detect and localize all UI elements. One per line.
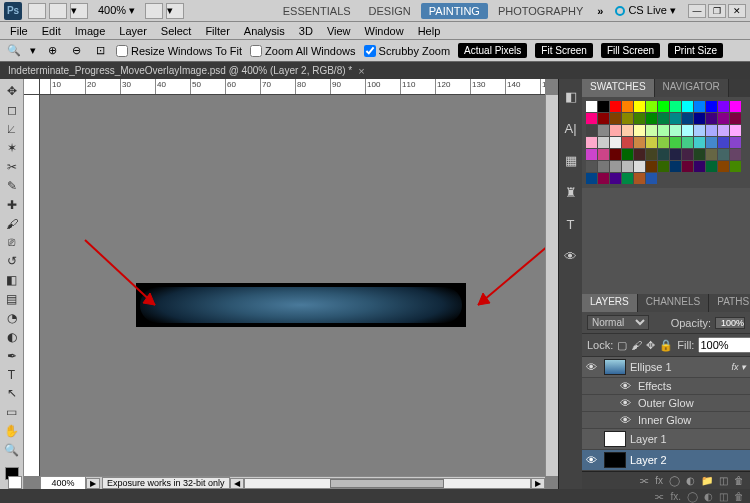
arrange-icon[interactable] <box>145 3 163 19</box>
menu-3d[interactable]: 3D <box>293 23 319 39</box>
swatch[interactable] <box>718 113 729 124</box>
ruler-origin[interactable] <box>24 79 40 95</box>
swatch[interactable] <box>598 173 609 184</box>
swatch[interactable] <box>586 137 597 148</box>
swatch[interactable] <box>610 173 621 184</box>
swatch[interactable] <box>610 101 621 112</box>
swatch[interactable] <box>646 173 657 184</box>
swatch[interactable] <box>730 137 741 148</box>
scroll-left-icon[interactable]: ◀ <box>230 478 244 489</box>
visibility-icon[interactable]: 👁 <box>586 361 600 373</box>
cs-live[interactable]: CS Live ▾ <box>609 4 682 17</box>
swatch[interactable] <box>646 161 657 172</box>
menu-help[interactable]: Help <box>412 23 447 39</box>
menu-analysis[interactable]: Analysis <box>238 23 291 39</box>
lasso-tool[interactable]: ⟀ <box>2 121 22 138</box>
swatches-grid[interactable] <box>582 97 750 188</box>
group-icon[interactable]: 📁 <box>701 475 713 486</box>
swatch[interactable] <box>718 161 729 172</box>
swatch[interactable] <box>622 149 633 160</box>
path-tool[interactable]: ↖ <box>2 385 22 402</box>
lock-all-icon[interactable]: 🔒 <box>659 339 673 352</box>
lock-trans-icon[interactable]: ▢ <box>617 339 627 352</box>
layer-innerglow[interactable]: 👁Inner Glow <box>582 412 750 429</box>
swatch[interactable] <box>622 173 633 184</box>
swatch[interactable] <box>634 125 645 136</box>
eyedropper-tool[interactable]: ✎ <box>2 177 22 194</box>
fill-field[interactable] <box>698 337 750 353</box>
fill-screen-button[interactable]: Fill Screen <box>601 43 660 58</box>
opacity-field[interactable] <box>715 317 745 329</box>
document-tab[interactable]: Indeterminate_Progress_MoveOverlayImage.… <box>0 62 750 79</box>
swatch[interactable] <box>658 101 669 112</box>
swatch[interactable] <box>634 113 645 124</box>
stamp-tool[interactable]: ⎚ <box>2 234 22 251</box>
swatch[interactable] <box>634 137 645 148</box>
swatch[interactable] <box>706 149 717 160</box>
swatch[interactable] <box>634 149 645 160</box>
swatch[interactable] <box>598 113 609 124</box>
zoom-out-icon[interactable]: ⊖ <box>68 43 84 59</box>
screenmode-icon[interactable]: ▾ <box>166 3 184 19</box>
actual-pixels-button[interactable]: Actual Pixels <box>458 43 527 58</box>
status-adj-icon[interactable]: ◐ <box>704 491 713 502</box>
swatch[interactable] <box>610 149 621 160</box>
swatch[interactable] <box>586 113 597 124</box>
swatch[interactable] <box>718 149 729 160</box>
layer-outerglow[interactable]: 👁Outer Glow <box>582 395 750 412</box>
minibridge-icon[interactable] <box>49 3 67 19</box>
status-new-icon[interactable]: ◫ <box>719 491 728 502</box>
swatch[interactable] <box>646 101 657 112</box>
swatch[interactable] <box>586 101 597 112</box>
swatch[interactable] <box>670 101 681 112</box>
zoom-level[interactable]: 400% ▾ <box>98 4 135 17</box>
swatch[interactable] <box>706 101 717 112</box>
ws-photography[interactable]: PHOTOGRAPHY <box>490 3 591 19</box>
swatch[interactable] <box>646 113 657 124</box>
swatch[interactable] <box>730 149 741 160</box>
swatch[interactable] <box>586 173 597 184</box>
swatch[interactable] <box>730 113 741 124</box>
lock-pos-icon[interactable]: ✥ <box>646 339 655 352</box>
swatch[interactable] <box>646 125 657 136</box>
scrollbar-horizontal[interactable] <box>244 478 531 489</box>
swatch[interactable] <box>718 137 729 148</box>
eraser-tool[interactable]: ◧ <box>2 272 22 289</box>
print-size-button[interactable]: Print Size <box>668 43 723 58</box>
swatch[interactable] <box>610 161 621 172</box>
type-tool[interactable]: T <box>2 366 22 383</box>
swatch[interactable] <box>730 125 741 136</box>
swatch[interactable] <box>694 161 705 172</box>
character-panel-icon[interactable]: T <box>562 215 580 233</box>
swatch[interactable] <box>694 113 705 124</box>
swatch[interactable] <box>658 113 669 124</box>
swatch[interactable] <box>610 137 621 148</box>
swatch[interactable] <box>670 113 681 124</box>
scrubby-zoom-check[interactable]: Scrubby Zoom <box>364 45 451 57</box>
tab-paths[interactable]: PATHS <box>709 294 750 312</box>
swatch[interactable] <box>634 173 645 184</box>
swatch[interactable] <box>634 161 645 172</box>
swatch[interactable] <box>682 101 693 112</box>
ruler-horizontal[interactable]: 102030405060708090100110120130140150 <box>40 79 545 95</box>
swatch[interactable] <box>622 161 633 172</box>
status-mask-icon[interactable]: ◯ <box>687 491 698 502</box>
menu-filter[interactable]: Filter <box>199 23 235 39</box>
swatch[interactable] <box>694 137 705 148</box>
swatch[interactable] <box>670 149 681 160</box>
swatch[interactable] <box>694 101 705 112</box>
ws-design[interactable]: DESIGN <box>361 3 419 19</box>
ws-painting[interactable]: PAINTING <box>421 3 488 19</box>
blur-tool[interactable]: ◔ <box>2 310 22 327</box>
layer-effects[interactable]: 👁Effects <box>582 378 750 395</box>
move-tool[interactable]: ✥ <box>2 83 22 100</box>
new-layer-icon[interactable]: ◫ <box>719 475 728 486</box>
swatch[interactable] <box>682 125 693 136</box>
swatch[interactable] <box>622 125 633 136</box>
swatch[interactable] <box>730 161 741 172</box>
menu-file[interactable]: File <box>4 23 34 39</box>
swatch[interactable] <box>694 149 705 160</box>
status-trash-icon[interactable]: 🗑 <box>734 491 744 502</box>
swatch[interactable] <box>706 113 717 124</box>
swatch[interactable] <box>670 125 681 136</box>
